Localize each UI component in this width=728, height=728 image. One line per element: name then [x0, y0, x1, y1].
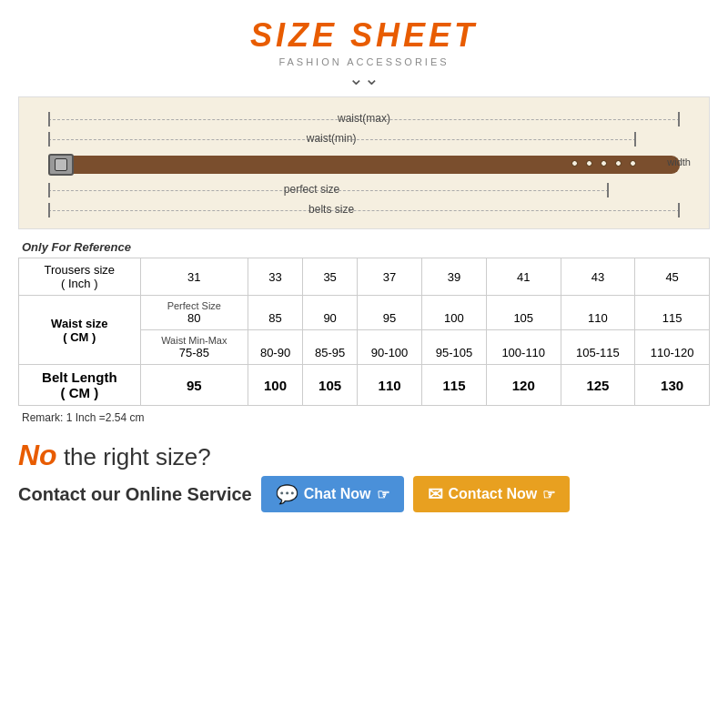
size-table: Trousers size ( Inch ) 31 33 35 37 39 41… — [18, 258, 710, 406]
perfect-val-6: x110 — [561, 296, 635, 330]
belt-len-1: 100 — [248, 365, 303, 406]
waist-val-6: x105-115 — [561, 330, 635, 365]
perfect-val-2: x90 — [303, 296, 358, 330]
mail-icon: ✉ — [428, 483, 443, 505]
perfect-size-label: perfect size — [284, 183, 339, 196]
chat-btn-label: Chat Now — [304, 486, 371, 502]
chat-icon: 💬 — [276, 483, 298, 505]
waist-val-2: x85-95 — [303, 330, 358, 365]
waist-val-1: x80-90 — [248, 330, 303, 365]
contact-section: Contact our Online Service 💬 Chat Now ☞ … — [18, 476, 710, 512]
waist-size-cell: Waist size ( CM ) — [19, 296, 141, 365]
belt-diagram: waist(max) waist(min) — [18, 96, 710, 229]
col-45: 45 — [635, 258, 710, 296]
no-size-question: the right size? — [64, 443, 211, 470]
belt-len-4: 115 — [422, 365, 487, 406]
col-43: 43 — [561, 258, 635, 296]
perfect-label-cell: Perfect Size 80 — [140, 296, 248, 330]
waist-val-4: x95-105 — [422, 330, 487, 365]
no-word: No — [18, 439, 57, 471]
col-35: 35 — [303, 258, 358, 296]
waist-val-3: x90-100 — [358, 330, 422, 365]
col-31: 31 — [140, 258, 248, 296]
waist-val-7: x110-120 — [635, 330, 710, 365]
chevron-icon: ⌄⌄ — [18, 69, 710, 87]
belt-len-6: 125 — [561, 365, 635, 406]
perfect-val-3: x95 — [358, 296, 422, 330]
waist-max-label: waist(max) — [338, 112, 390, 125]
belt-length-row: Belt Length ( CM ) 95 100 105 110 115 12… — [19, 365, 710, 406]
waist-minmax-label-cell: Waist Min-Max 75-85 — [140, 330, 248, 365]
belt-buckle — [48, 154, 74, 176]
waist-val-5: x100-110 — [486, 330, 561, 365]
chat-now-button[interactable]: 💬 Chat Now ☞ — [261, 476, 404, 512]
belt-holes — [571, 160, 636, 167]
width-label: width — [667, 157, 691, 167]
perfect-val-1: x85 — [248, 296, 303, 330]
contact-now-button[interactable]: ✉ Contact Now ☞ — [413, 476, 571, 512]
col-41: 41 — [486, 258, 561, 296]
table-header-row: Trousers size ( Inch ) 31 33 35 37 39 41… — [19, 258, 710, 296]
belts-size-label: belts size — [308, 203, 354, 216]
col-33: 33 — [248, 258, 303, 296]
remark: Remark: 1 Inch =2.54 cm — [22, 411, 710, 424]
no-size-section: No the right size? Contact our Online Se… — [18, 439, 710, 512]
hand-icon-chat: ☞ — [377, 486, 389, 503]
col-37: 37 — [358, 258, 422, 296]
belt-len-0: 95 — [140, 365, 248, 406]
contact-btn-label: Contact Now — [449, 486, 538, 502]
title-section: SIZE SHEET FASHION ACCESSORIES ⌄⌄ — [18, 16, 710, 87]
subtitle: FASHION ACCESSORIES — [18, 56, 710, 67]
reference-note: Only For Reference — [22, 240, 710, 254]
hand-icon-contact: ☞ — [542, 486, 555, 503]
belt-len-2: 105 — [303, 365, 358, 406]
perfect-val-4: x100 — [422, 296, 487, 330]
contact-label: Contact our Online Service — [18, 484, 252, 505]
trousers-size-header: Trousers size ( Inch ) — [19, 258, 141, 296]
perfect-val-7: x115 — [635, 296, 710, 330]
belt-len-7: 130 — [635, 365, 710, 406]
belt-len-5: 120 — [486, 365, 561, 406]
belt-length-label-cell: Belt Length ( CM ) — [19, 365, 141, 406]
perfect-val-5: x105 — [486, 296, 561, 330]
col-39: 39 — [422, 258, 487, 296]
perfect-size-row: Waist size ( CM ) Perfect Size 80 x85 x9… — [19, 296, 710, 330]
no-size-title: No the right size? — [18, 439, 710, 472]
main-title: SIZE SHEET — [18, 16, 710, 55]
waist-min-label: waist(min) — [307, 132, 357, 145]
belt-len-3: 110 — [358, 365, 422, 406]
